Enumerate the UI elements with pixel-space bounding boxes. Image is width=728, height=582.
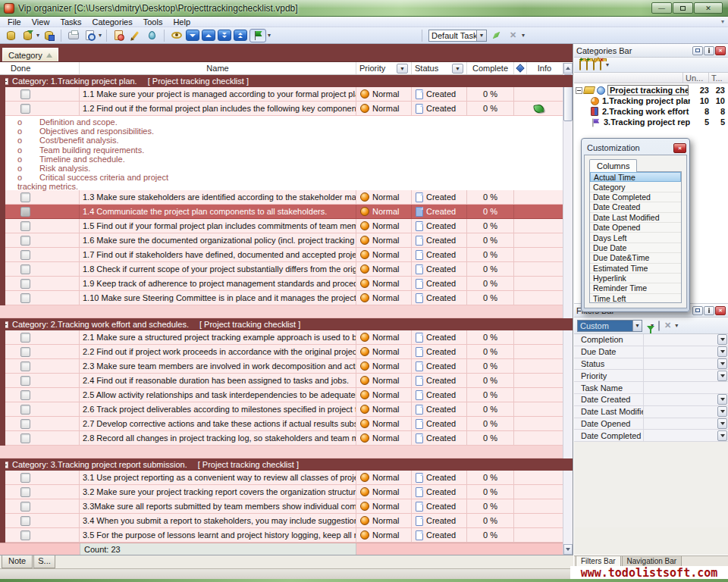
col-uncompleted[interactable]: Un... xyxy=(682,73,708,83)
filter-row[interactable]: Due Date xyxy=(574,346,728,358)
filter-value-dropdown-icon[interactable] xyxy=(717,346,727,357)
tree-item[interactable]: 1.Tracking project plan. 10 10 xyxy=(574,95,728,106)
filter-value-dropdown-icon[interactable] xyxy=(717,406,727,417)
new-database-icon[interactable] xyxy=(4,29,18,42)
table-row[interactable]: 2.6 Track project deliverables according… xyxy=(0,402,573,417)
close-button[interactable]: ✕ xyxy=(694,2,723,14)
menu-categories[interactable]: Categories xyxy=(87,17,138,27)
list-item[interactable]: Due Date xyxy=(590,243,681,253)
category-header-row[interactable]: Category: 2.Tracking work effort and sch… xyxy=(0,318,573,330)
clear-filter-icon[interactable] xyxy=(658,321,660,330)
customization-title-bar[interactable]: Customization × xyxy=(584,141,687,155)
clear-view-icon[interactable]: ✕ xyxy=(506,29,520,42)
table-row[interactable]: 2.7 Develop corrective actions and take … xyxy=(0,417,573,431)
list-item[interactable]: Category xyxy=(590,182,681,192)
menu-tools[interactable]: Tools xyxy=(138,17,168,27)
table-row[interactable]: 2.1 Make sure a structured project track… xyxy=(0,330,573,345)
header-info[interactable]: Info xyxy=(527,62,562,74)
done-checkbox[interactable] xyxy=(20,221,30,231)
table-row[interactable]: 2.4 Find out if reasonable duration has … xyxy=(0,374,573,388)
category-group-tab[interactable]: Category xyxy=(2,48,58,61)
list-item[interactable]: Estimated Time xyxy=(590,264,681,274)
list-item[interactable]: Date Last Modified xyxy=(590,213,681,223)
done-checkbox[interactable] xyxy=(20,192,30,202)
move-down-button[interactable] xyxy=(186,30,199,41)
filter-row[interactable]: Date Opened xyxy=(574,418,728,430)
task-view-combo[interactable]: Default Task V ▼ xyxy=(428,30,487,42)
done-checkbox[interactable] xyxy=(20,347,30,357)
filter-value-dropdown-icon[interactable] xyxy=(717,371,727,381)
filter-preset-dropdown-icon[interactable]: ▼ xyxy=(632,321,642,331)
done-checkbox[interactable] xyxy=(20,250,30,260)
vertical-scrollbar[interactable] xyxy=(563,63,573,555)
list-item[interactable]: Reminder Time xyxy=(590,283,681,293)
done-checkbox[interactable] xyxy=(20,333,30,343)
header-priority[interactable]: Priority▼ xyxy=(356,62,412,74)
apply-view-icon[interactable] xyxy=(489,29,504,42)
filter-preset-combo[interactable]: Custom ▼ xyxy=(577,320,642,332)
move-up-button[interactable] xyxy=(202,30,215,41)
close-panel-icon[interactable]: × xyxy=(715,46,726,55)
list-item[interactable]: Days Left xyxy=(590,233,681,242)
header-name[interactable]: Name xyxy=(80,62,356,74)
pin-icon[interactable] xyxy=(704,306,714,315)
filter-value-dropdown-icon[interactable] xyxy=(717,430,727,441)
filter-value-dropdown-icon[interactable] xyxy=(717,334,727,345)
tab-columns[interactable]: Columns xyxy=(589,159,637,172)
priority-filter-dropdown-icon[interactable]: ▼ xyxy=(397,64,408,74)
filters-toolbar-dropdown-icon[interactable]: ▾ xyxy=(675,322,678,329)
flag-dropdown-icon[interactable]: ▾ xyxy=(268,32,271,39)
table-row[interactable]: 1.9 Keep track of adherence to project m… xyxy=(0,277,573,291)
table-row[interactable]: 2.8 Record all changes in project tracki… xyxy=(0,431,573,446)
print-preview-icon[interactable] xyxy=(83,29,97,42)
tree-item[interactable]: 3.Tracking project report 5 5 xyxy=(574,117,728,127)
done-checkbox[interactable] xyxy=(20,419,30,429)
filter-row[interactable]: Completion xyxy=(574,334,728,346)
table-row[interactable]: 1.10 Make sure Steering Committee is in … xyxy=(0,291,573,305)
table-row[interactable]: 1.5 Find out if your formal project plan… xyxy=(0,219,573,233)
filter-row[interactable]: Task Name xyxy=(574,382,728,394)
view-task-icon[interactable] xyxy=(169,29,184,42)
category-header-row[interactable]: Category: 1.Tracking project plan.[ Proj… xyxy=(0,75,573,87)
menu-tasks[interactable]: Tasks xyxy=(55,17,86,27)
table-row[interactable]: 2.5 Allow activity relationships and tas… xyxy=(0,388,573,402)
print-dropdown-icon[interactable]: ▾ xyxy=(99,32,102,39)
done-checkbox[interactable] xyxy=(20,207,30,217)
done-checkbox[interactable] xyxy=(20,104,30,114)
list-item[interactable]: Date Created xyxy=(590,202,681,212)
view-dropdown-icon[interactable]: ▾ xyxy=(522,32,525,39)
list-item[interactable]: Time Left xyxy=(590,294,681,303)
list-item[interactable]: Date Opened xyxy=(590,223,681,233)
table-row[interactable]: 2.2 Find out if project work proceeds in… xyxy=(0,345,573,359)
header-status[interactable]: Status▼ xyxy=(412,62,467,74)
table-row[interactable]: 3.3Make sure all reports submitted by te… xyxy=(0,499,573,514)
header-priority-sort[interactable] xyxy=(514,62,527,74)
done-checkbox[interactable] xyxy=(20,236,30,246)
header-done[interactable]: Done xyxy=(0,62,80,74)
delete-task-icon[interactable] xyxy=(145,29,159,42)
pin-icon[interactable] xyxy=(704,46,714,55)
col-total[interactable]: T... xyxy=(708,73,728,83)
print-icon[interactable] xyxy=(66,29,80,42)
table-row[interactable]: 1.3 Make sure stakeholders are identifie… xyxy=(0,190,573,205)
close-panel-icon[interactable]: × xyxy=(715,306,726,315)
tree-item[interactable]: Project tracking checklist 23 23 xyxy=(574,85,728,95)
filter-row[interactable]: Date Last Modified xyxy=(574,406,728,418)
restore-panel-icon[interactable] xyxy=(692,306,703,315)
menu-overflow-icon[interactable]: ▾ xyxy=(721,18,724,25)
table-row[interactable]: 3.4 When you submit a report to stakehol… xyxy=(0,514,573,528)
menu-view[interactable]: View xyxy=(27,17,55,27)
table-row[interactable]: 2.3 Make sure team members are involved … xyxy=(0,359,573,374)
done-checkbox[interactable] xyxy=(20,516,30,526)
done-checkbox[interactable] xyxy=(20,89,30,99)
filter-row[interactable]: Date Created xyxy=(574,394,728,406)
restore-panel-icon[interactable] xyxy=(692,46,703,55)
filter-value-dropdown-icon[interactable] xyxy=(717,358,727,369)
table-row[interactable]: 1.7 Find out if stakeholders have define… xyxy=(0,248,573,262)
filter-value-dropdown-icon[interactable] xyxy=(717,394,727,405)
collapse-icon[interactable] xyxy=(576,87,582,94)
edit-task-icon[interactable] xyxy=(128,29,143,42)
status-filter-dropdown-icon[interactable]: ▼ xyxy=(452,64,463,74)
table-row[interactable]: 3.1 Use project reporting as a convenien… xyxy=(0,471,573,485)
table-row[interactable]: 3.2 Make sure your project tracking repo… xyxy=(0,485,573,499)
